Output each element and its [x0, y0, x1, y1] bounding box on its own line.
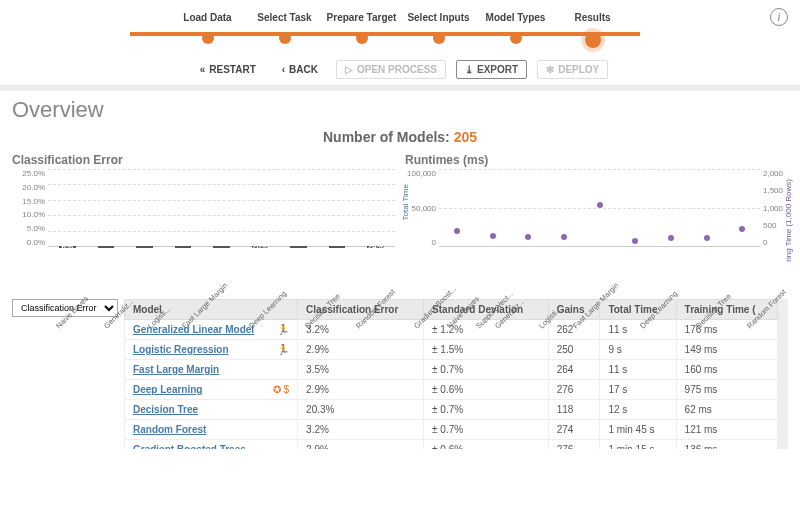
cell: ± 0.7% [424, 400, 549, 420]
step-select-task[interactable]: Select Task [246, 12, 323, 44]
x-axis-labels: Naive BayesGeneraliz...Logisti...Fast La… [48, 324, 395, 333]
table-row[interactable]: Gradient Boosted Trees2.9%± 0.6%2761 min… [125, 440, 778, 450]
cell: 17 s [600, 380, 676, 400]
deploy-button: ✼DEPLOY [537, 60, 608, 79]
y-axis-label-left: Total Time [401, 184, 410, 220]
download-icon: ⤓ [465, 64, 473, 75]
cell: 118 [548, 400, 600, 420]
bar-plot [439, 169, 760, 247]
gear-icon: ✼ [546, 64, 554, 75]
step-select-inputs[interactable]: Select Inputs [400, 12, 477, 44]
medal-icon: ✪ [273, 384, 281, 395]
table-row[interactable]: Deep Learning✪ $2.9%± 0.6%27617 s975 ms [125, 380, 778, 400]
cell: 62 ms [676, 400, 777, 420]
table-row[interactable]: Fast Large Margin3.5%± 0.7%26411 s160 ms [125, 360, 778, 380]
step-dot-icon [202, 32, 214, 44]
classification-error-chart: Classification Error 25.0% 20.0% 15.0% 1… [12, 153, 395, 289]
step-results[interactable]: Results [554, 12, 631, 48]
play-icon: ▷ [345, 64, 353, 75]
y-axis-label-right: ring Time (1,000 Rows) [784, 179, 793, 262]
step-model-types[interactable]: Model Types [477, 12, 554, 44]
step-load-data[interactable]: Load Data [169, 12, 246, 44]
step-dot-icon [433, 32, 445, 44]
table-body: Generalized Linear Model🏃3.2%± 1.2%26211… [125, 320, 778, 450]
rewind-icon: « [200, 64, 206, 75]
chart-title: Runtimes (ms) [405, 153, 788, 167]
cell: 264 [548, 360, 600, 380]
y-axis-ticks: 25.0% 20.0% 15.0% 10.0% 5.0% 0.0% [12, 169, 48, 247]
cell: 12 s [600, 400, 676, 420]
cell: 121 ms [676, 420, 777, 440]
cell: 274 [548, 420, 600, 440]
cell: 9 s [600, 340, 676, 360]
cell: 276 [548, 380, 600, 400]
model-link[interactable]: Decision Tree [133, 404, 198, 415]
y-axis-ticks-left: 100,000 50,000 0 [405, 169, 439, 247]
model-link[interactable]: Logistic Regression [133, 344, 229, 355]
cell: 2.9% [298, 340, 424, 360]
dollar-icon: $ [281, 384, 289, 395]
back-button[interactable]: ‹BACK [274, 61, 326, 78]
page-title: Overview [12, 97, 788, 123]
table-row[interactable]: Logistic Regression🏃2.9%± 1.5%2509 s149 … [125, 340, 778, 360]
cell: ± 1.5% [424, 340, 549, 360]
cell: ± 0.6% [424, 380, 549, 400]
step-prepare-target[interactable]: Prepare Target [323, 12, 400, 44]
cell: 250 [548, 340, 600, 360]
cell: 149 ms [676, 340, 777, 360]
cell: 160 ms [676, 360, 777, 380]
cell: 136 ms [676, 440, 777, 450]
runner-icon: 🏃 [277, 344, 289, 355]
step-dot-icon [356, 32, 368, 44]
cell: 11 s [600, 360, 676, 380]
model-link[interactable]: Gradient Boosted Trees [133, 444, 246, 449]
cell: 1 min 15 s [600, 440, 676, 450]
runtimes-chart: Runtimes (ms) Total Time 100,000 50,000 … [405, 153, 788, 289]
export-button[interactable]: ⤓EXPORT [456, 60, 527, 79]
table-row[interactable]: Random Forest3.2%± 0.7%2741 min 45 s121 … [125, 420, 778, 440]
cell: ± 0.7% [424, 420, 549, 440]
toolbar: «RESTART ‹BACK ▷OPEN PROCESS ⤓EXPORT ✼DE… [0, 52, 800, 85]
model-link[interactable]: Deep Learning [133, 384, 202, 395]
chevron-left-icon: ‹ [282, 64, 285, 75]
cell: ± 0.6% [424, 440, 549, 450]
progress-stepper: Load Data Select Task Prepare Target Sel… [0, 0, 800, 52]
cell: 2.9% [298, 440, 424, 450]
step-dot-icon [279, 32, 291, 44]
table-row[interactable]: Decision Tree20.3%± 0.7%11812 s62 ms [125, 400, 778, 420]
restart-button[interactable]: «RESTART [192, 61, 264, 78]
bar-plot: 6%20%24% [48, 169, 395, 247]
cell: 276 [548, 440, 600, 450]
open-process-button: ▷OPEN PROCESS [336, 60, 446, 79]
cell: 3.5% [298, 360, 424, 380]
step-dot-icon [510, 32, 522, 44]
cell: ± 0.7% [424, 360, 549, 380]
cell: 1 min 45 s [600, 420, 676, 440]
step-dot-icon [585, 32, 601, 48]
model-link[interactable]: Fast Large Margin [133, 364, 219, 375]
cell: 20.3% [298, 400, 424, 420]
x-axis-labels: Naive BayesGeneraliz...Logisti...Fast La… [439, 324, 760, 333]
model-link[interactable]: Random Forest [133, 424, 206, 435]
cell: 3.2% [298, 420, 424, 440]
cell: 2.9% [298, 380, 424, 400]
chart-title: Classification Error [12, 153, 395, 167]
cell: 975 ms [676, 380, 777, 400]
models-count: Number of Models: 205 [12, 129, 788, 145]
